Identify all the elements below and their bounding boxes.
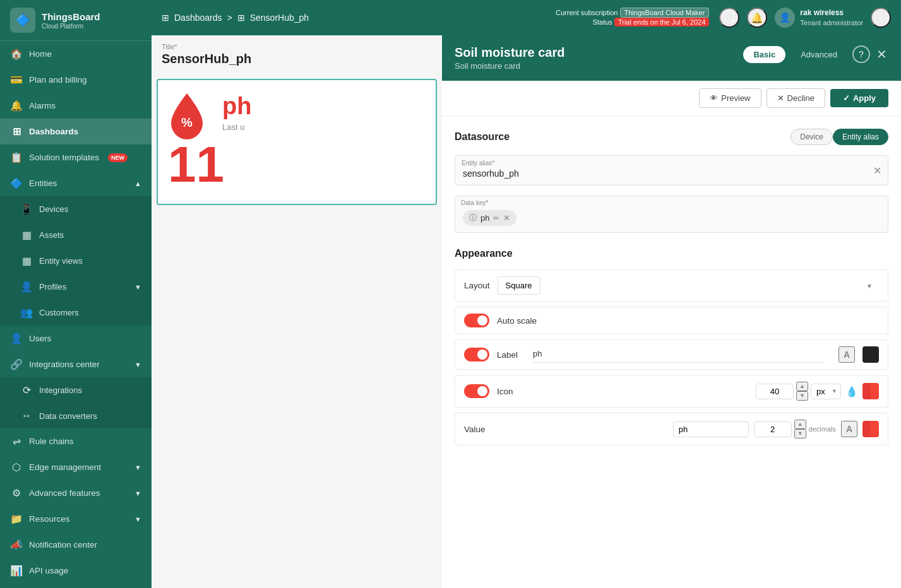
label-input[interactable] <box>533 346 639 361</box>
icon-controls: ▲ ▼ px 💧 <box>756 382 879 401</box>
sidebar-item-profiles[interactable]: 👤 Profiles ▼ <box>0 274 152 300</box>
sidebar-item-label: Notification center <box>29 540 97 550</box>
tag-info-icon: ⓘ <box>469 213 477 223</box>
billing-icon: 💳 <box>10 74 23 86</box>
decimals-up-button[interactable]: ▲ <box>794 420 806 429</box>
basic-tab-button[interactable]: Basic <box>743 46 785 63</box>
rule-chains-icon: ⇌ <box>10 435 23 447</box>
appearance-label: Appearance <box>455 248 513 259</box>
auto-scale-label: Auto scale <box>497 316 537 326</box>
users-icon: 👤 <box>10 332 23 344</box>
sidebar-item-integrations[interactable]: ⟳ Integrations <box>0 377 152 403</box>
sidebar-item-label: Integrations <box>39 385 82 395</box>
sidebar-item-alarms[interactable]: 🔔 Alarms <box>0 93 152 119</box>
advanced-tab-button[interactable]: Advanced <box>791 46 847 63</box>
chevron-down-icon: ▼ <box>134 361 141 368</box>
layout-row: Layout Square <box>455 269 888 302</box>
label-format-button[interactable]: A <box>838 346 855 363</box>
value-input[interactable] <box>673 421 749 437</box>
icon-size-down-button[interactable]: ▼ <box>796 391 808 401</box>
api-usage-icon: 📊 <box>10 565 23 577</box>
breadcrumb-dashboards[interactable]: Dashboards <box>174 13 222 23</box>
sidebar-item-label: Entity views <box>39 256 83 266</box>
sidebar-item-dashboards[interactable]: ⊞ Dashboards <box>0 119 152 144</box>
label-row-label: Label <box>497 350 518 360</box>
value-row: Value ▲ ▼ decimals <box>455 413 888 445</box>
layout-select-wrapper: Square <box>498 276 879 295</box>
data-key-value: ph <box>480 213 489 223</box>
apply-button[interactable]: ✓ Apply <box>830 89 888 107</box>
preview-icon: 👁 <box>710 93 718 103</box>
sidebar-item-label: Rule chains <box>29 437 74 446</box>
icon-picker-button[interactable]: 💧 <box>844 383 860 399</box>
icon-unit-select[interactable]: px <box>811 384 841 399</box>
entity-alias-input[interactable] <box>455 156 888 185</box>
sidebar-item-assets[interactable]: ▦ Assets <box>0 222 152 248</box>
fullscreen-button[interactable]: ⛶ <box>719 8 739 28</box>
notifications-button[interactable]: 🔔 <box>747 8 767 28</box>
value-format-button[interactable]: A <box>841 421 857 437</box>
dashboard-preview-panel: Title* SensorHub_ph % <box>152 35 442 588</box>
sidebar-item-label: Alarms <box>29 101 56 110</box>
sidebar-item-entities[interactable]: 🔷 Entities ▲ <box>0 170 152 196</box>
device-type-button[interactable]: Device <box>791 129 833 145</box>
sidebar-item-label: Users <box>29 334 51 343</box>
assets-icon: ▦ <box>20 229 33 241</box>
data-converters-icon: ↔ <box>20 410 33 421</box>
tag-edit-button[interactable]: ✏ <box>493 214 499 223</box>
sidebar-item-home[interactable]: 🏠 Home <box>0 41 152 67</box>
sidebar-item-label: Customers <box>39 308 79 317</box>
breadcrumb-separator: > <box>227 13 232 23</box>
sidebar-item-advanced-features[interactable]: ⚙ Advanced features ▼ <box>0 480 152 506</box>
sidebar-item-integrations-center[interactable]: 🔗 Integrations center ▼ <box>0 351 152 377</box>
chevron-down-icon: ▼ <box>134 464 141 471</box>
entity-alias-clear-button[interactable]: ✕ <box>873 165 881 177</box>
avatar-info: rak wireless Tenant administrator <box>800 8 863 28</box>
dashboard-title-label: Title* <box>162 43 432 50</box>
icon-color-swatch[interactable] <box>862 383 879 399</box>
sidebar-item-users[interactable]: 👤 Users <box>0 326 152 351</box>
sidebar-item-label: Resources <box>29 514 70 524</box>
decimals-down-button[interactable]: ▼ <box>794 429 806 438</box>
auto-scale-row: Auto scale <box>455 307 888 334</box>
preview-button[interactable]: 👁 Preview <box>699 88 761 108</box>
data-key-label: Data key* <box>461 199 488 206</box>
icon-size-input[interactable] <box>756 384 794 399</box>
sidebar-item-notification-center[interactable]: 📣 Notification center <box>0 532 152 558</box>
sidebar-item-devices[interactable]: 📱 Devices <box>0 196 152 222</box>
sidebar-item-rule-chains[interactable]: ⇌ Rule chains <box>0 428 152 454</box>
decline-button[interactable]: ✕ Decline <box>767 88 825 108</box>
sidebar-item-customers[interactable]: 👥 Customers <box>0 300 152 326</box>
datasource-section: Datasource Device Entity alias Entity al… <box>455 129 888 233</box>
subscription-plan: ThingsBoard Cloud Maker <box>620 8 710 18</box>
more-options-button[interactable]: ⋮ <box>871 8 891 28</box>
chevron-down-icon: ▼ <box>134 515 141 523</box>
label-color-swatch[interactable] <box>862 346 879 363</box>
label-toggle[interactable] <box>464 348 489 362</box>
sidebar-item-solution-templates[interactable]: 📋 Solution templates NEW <box>0 144 152 170</box>
sidebar-item-api-usage[interactable]: 📊 API usage <box>0 558 152 584</box>
user-menu[interactable]: 👤 rak wireless Tenant administrator <box>775 8 863 28</box>
help-button[interactable]: ? <box>852 45 870 63</box>
entity-alias-group: Entity alias* ✕ <box>455 155 888 185</box>
icon-toggle[interactable] <box>464 384 489 398</box>
auto-scale-toggle[interactable] <box>464 314 489 327</box>
sidebar-item-entity-views[interactable]: ▦ Entity views <box>0 248 152 274</box>
entity-alias-type-button[interactable]: Entity alias <box>833 129 888 145</box>
layout-select[interactable]: Square <box>498 276 540 295</box>
profiles-icon: 👤 <box>20 281 33 293</box>
tag-remove-button[interactable]: ✕ <box>503 213 510 223</box>
decimals-input[interactable] <box>754 421 792 437</box>
edge-management-icon: ⬡ <box>10 461 23 473</box>
close-button[interactable]: ✕ <box>875 45 888 63</box>
alarms-icon: 🔔 <box>10 100 23 112</box>
icon-size-up-button[interactable]: ▲ <box>796 382 808 391</box>
value-color-swatch[interactable] <box>862 421 879 437</box>
sidebar-item-billing[interactable]: 💳 Plan and billing <box>0 67 152 93</box>
sidebar-item-resources[interactable]: 📁 Resources ▼ <box>0 506 152 532</box>
sidebar-item-edge-management[interactable]: ⬡ Edge management ▼ <box>0 454 152 480</box>
sidebar-item-data-converters[interactable]: ↔ Data converters <box>0 403 152 428</box>
editor-subtitle: Soil moisture card <box>455 61 565 71</box>
avatar: 👤 <box>775 8 795 28</box>
templates-icon: 📋 <box>10 151 23 163</box>
